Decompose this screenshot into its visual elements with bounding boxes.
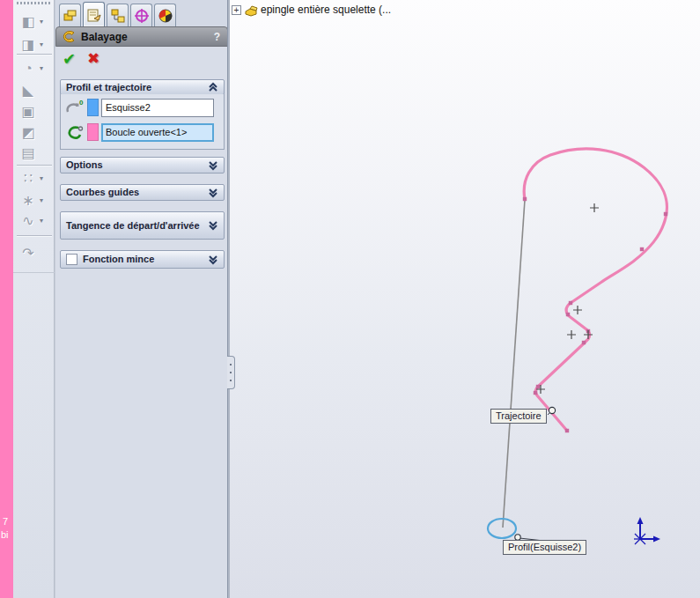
tab-configurations[interactable] (107, 4, 129, 26)
spline-tools-button[interactable]: ∿ ▾ (18, 210, 51, 231)
profile-selection-row: 0 Esquisse2 (64, 97, 214, 118)
group-title: Courbes guides (66, 187, 208, 198)
draft-button[interactable]: ◩ (18, 122, 51, 143)
boss-extrude-icon: ◧ (18, 13, 39, 30)
sketch-line-gray (503, 200, 525, 528)
toolbar-separator (17, 165, 52, 166)
dropdown-arrow-icon[interactable]: ▾ (40, 41, 43, 48)
origin-triad-icon (634, 517, 660, 544)
toolbar-grip-handle[interactable] (17, 2, 52, 4)
boss-extrude-button[interactable]: ◧ ▾ (18, 11, 51, 32)
solidworks-window: 7 bi ◧ ▾ ◨ ▾ ◔ ▾ ◣ ▣ ◩ ▤ ∷ ▾ ∗ ▾ (0, 0, 700, 598)
profile-icon: 0 (64, 98, 87, 117)
featuremanager-icon (63, 8, 78, 24)
sweep-feature-icon (62, 29, 77, 44)
background-text-fragment: 7 (3, 516, 8, 527)
displaymanager-icon (158, 8, 173, 24)
background-window-strip: 7 bi (0, 0, 13, 598)
trajectory-anchor-circle[interactable] (549, 407, 555, 413)
path-selection-row: 0 Boucle ouverte<1> (64, 122, 214, 143)
dropdown-arrow-icon[interactable]: ▾ (40, 18, 43, 26)
toolbar-separator (17, 54, 52, 55)
fillet-icon: ◔ (18, 61, 39, 77)
dropdown-arrow-icon[interactable]: ▾ (40, 174, 43, 182)
shell-icon: ▣ (18, 103, 39, 120)
dimxpert-icon (134, 8, 150, 24)
chevron-down-icon (208, 220, 218, 231)
linear-pattern-button[interactable]: ∷ ▾ (18, 168, 51, 188)
tab-dimxpert[interactable] (130, 4, 152, 26)
chamfer-button[interactable]: ◣ (18, 80, 51, 100)
help-button[interactable]: ? (214, 31, 222, 43)
chevron-down-icon (208, 188, 218, 198)
path-icon: 0 (64, 122, 87, 142)
group-title: Tangence de départ/d'arrivée (66, 220, 208, 232)
spline-tools-icon: ∿ (18, 212, 39, 229)
arc-center-markers (536, 203, 599, 394)
group-profile-path-header[interactable]: Profil et trajectoire (60, 79, 225, 95)
panel-collapse-handle[interactable] (227, 356, 235, 389)
profile-callout[interactable]: Profil(Esquisse2) (503, 540, 586, 555)
group-guide-curves-header[interactable]: Courbes guides (60, 184, 225, 201)
panel-actions: ✔ ✖ (55, 47, 228, 78)
path-color-swatch (87, 123, 99, 141)
group-options-header[interactable]: Options (60, 157, 225, 173)
manager-tabstrip (55, 0, 228, 26)
dropdown-arrow-icon[interactable]: ▾ (40, 64, 43, 72)
configurations-icon (110, 8, 126, 24)
panel-divider[interactable] (227, 0, 230, 598)
chamfer-icon: ◣ (18, 82, 39, 99)
cut-extrude-button[interactable]: ◨ ▾ (18, 34, 51, 55)
cancel-button[interactable]: ✖ (87, 49, 108, 70)
ok-button[interactable]: ✔ (63, 49, 84, 70)
tab-displaymanager[interactable] (154, 4, 176, 26)
trajectory-callout[interactable]: Trajectoire (490, 409, 547, 424)
cut-extrude-icon: ◨ (18, 36, 39, 53)
group-profile-path-body: 0 Esquisse2 0 Boucle ouverte<1> (60, 94, 225, 150)
group-title: Fonction mince (83, 254, 208, 265)
curves-button[interactable]: ∗ ▾ (18, 190, 51, 210)
sketch-canvas[interactable] (230, 0, 700, 598)
profile-ellipse[interactable] (488, 519, 516, 538)
chevron-down-icon (208, 160, 218, 171)
dropdown-arrow-icon[interactable]: ▾ (40, 217, 43, 225)
profile-selection-field[interactable]: Esquisse2 (101, 99, 214, 117)
chevron-up-icon (208, 82, 218, 92)
svg-text:0: 0 (79, 99, 84, 107)
fillet-button[interactable]: ◔ ▾ (18, 58, 51, 78)
propertymanager-header: Balayage ? (55, 26, 228, 47)
instant3d-icon: ↷ (18, 245, 39, 262)
path-selection-field[interactable]: Boucle ouverte<1> (101, 123, 214, 142)
linear-pattern-icon: ∷ (18, 170, 39, 187)
draft-icon: ◩ (18, 124, 39, 141)
thin-feature-checkbox[interactable] (66, 254, 77, 265)
group-title: Options (66, 159, 208, 171)
toolbar-separator (17, 235, 52, 237)
group-tangency-header[interactable]: Tangence de départ/d'arrivée (60, 211, 225, 240)
dropdown-arrow-icon[interactable]: ▾ (40, 196, 43, 204)
propertymanager-icon (86, 7, 102, 23)
graphics-viewport[interactable]: + epingle entière squelette (... (230, 0, 700, 598)
rib-button[interactable]: ▤ (18, 143, 51, 163)
property-manager-panel: Balayage ? ✔ ✖ Profil et trajectoire 0 E… (55, 0, 227, 598)
group-thin-feature-header[interactable]: Fonction mince (60, 250, 225, 269)
profile-color-swatch (87, 99, 99, 116)
group-title: Profil et trajectoire (66, 82, 208, 93)
chevron-down-icon (208, 255, 218, 265)
sketch-point-markers[interactable] (523, 197, 667, 432)
toolbar-bottom-edge (13, 272, 55, 274)
tab-propertymanager[interactable] (83, 2, 105, 26)
rib-icon: ▤ (18, 144, 39, 161)
curves-icon: ∗ (18, 192, 39, 209)
features-toolbar: ◧ ▾ ◨ ▾ ◔ ▾ ◣ ▣ ◩ ▤ ∷ ▾ ∗ ▾ ∿ ▾ ↷ (13, 0, 55, 598)
path-badge-circle (79, 127, 83, 130)
background-text-fragment: bi (1, 529, 9, 540)
tab-featuremanager[interactable] (59, 4, 81, 26)
shell-button[interactable]: ▣ (18, 101, 51, 122)
instant3d-button[interactable]: ↷ (18, 243, 51, 263)
sweep-path-curve (524, 149, 667, 431)
panel-title: Balayage (81, 31, 214, 43)
